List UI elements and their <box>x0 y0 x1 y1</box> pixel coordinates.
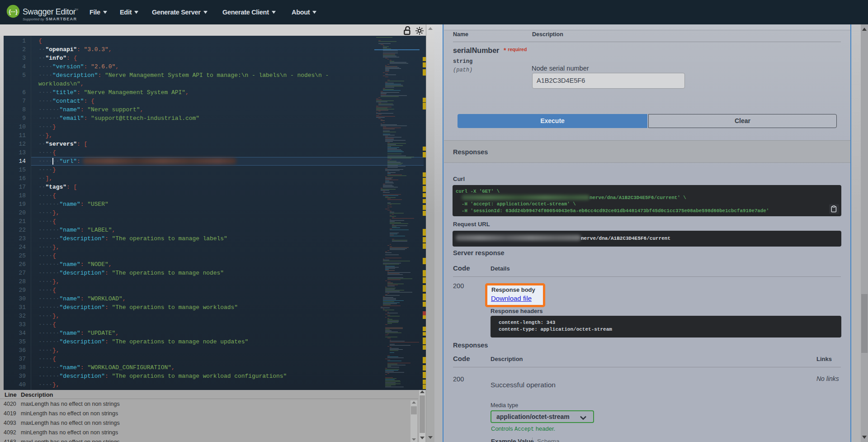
svg-text:Supported by: Supported by <box>23 17 45 21</box>
svg-text:SMARTBEAR: SMARTBEAR <box>46 17 77 21</box>
svg-text:TM: TM <box>75 8 78 11</box>
svg-text:Swagger Editor: Swagger Editor <box>23 7 76 16</box>
svg-text:{···}: {···} <box>9 9 18 15</box>
